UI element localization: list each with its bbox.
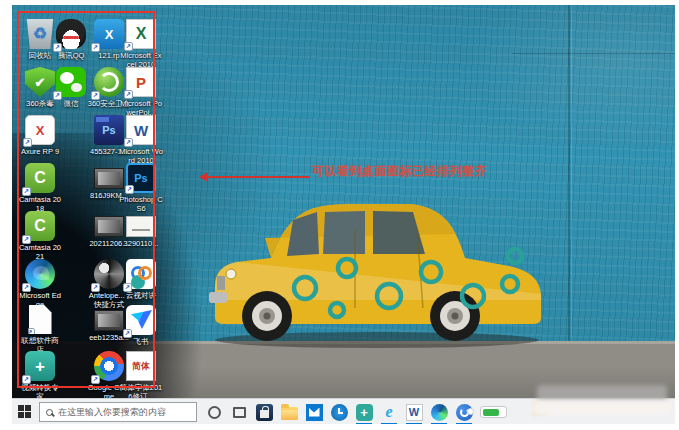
taskbar-microsoft-store[interactable]	[252, 399, 276, 424]
desktop[interactable]: ♻回收站↗腾讯QQX↗121.rpX↗Microsoft Excel 2010✔…	[12, 5, 675, 398]
annotation-arrow	[203, 176, 309, 178]
search-icon	[46, 409, 53, 416]
taskbar-cortana-button[interactable]	[202, 399, 226, 424]
task-view-button-icon	[233, 407, 246, 418]
taskbar-file-explorer[interactable]	[277, 399, 301, 424]
windows-logo-icon	[18, 405, 24, 411]
alarms-clock-icon	[331, 404, 348, 421]
tray-dot-icon[interactable]	[467, 408, 474, 415]
wall-seam-highlight	[571, 5, 572, 343]
taskbar-search-box[interactable]: 在这里输入你要搜索的内容	[39, 402, 197, 422]
video-converter-expert-icon: +	[356, 404, 373, 421]
internet-explorer-icon: e	[381, 404, 398, 421]
yellow-car-image	[205, 168, 553, 352]
taskbar-video-converter-expert[interactable]: +	[352, 399, 376, 424]
mail-icon	[306, 404, 323, 421]
file-explorer-icon	[281, 407, 298, 420]
microsoft-edge-icon	[431, 404, 448, 421]
annotation-text: 可以看到桌面图标已经排列整齐	[312, 163, 487, 180]
windows-logo-icon	[25, 405, 31, 411]
windows-logo-icon	[25, 412, 31, 418]
windows-logo-icon	[18, 412, 24, 418]
taskbar-internet-explorer[interactable]: e	[377, 399, 401, 424]
taskbar-microsoft-word[interactable]: W	[402, 399, 426, 424]
windows-desktop-screenshot: ♻回收站↗腾讯QQX↗121.rpX↗Microsoft Excel 2010✔…	[12, 5, 675, 424]
taskbar-alarms-clock[interactable]	[327, 399, 351, 424]
cortana-button-icon	[208, 406, 221, 419]
watermark-blur-bottom	[531, 400, 673, 416]
watermark-blur-top	[537, 385, 667, 401]
wall-seam	[568, 5, 570, 343]
wall-seam-horizontal	[512, 53, 675, 54]
annotation-highlight-box	[17, 11, 155, 388]
microsoft-store-icon	[256, 404, 273, 421]
start-button[interactable]	[18, 405, 34, 419]
taskbar-task-view-button[interactable]	[227, 399, 251, 424]
taskbar-icons: +eW	[202, 399, 476, 424]
search-placeholder: 在这里输入你要搜索的内容	[58, 406, 166, 419]
page: ♻回收站↗腾讯QQX↗121.rpX↗Microsoft Excel 2010✔…	[0, 0, 679, 430]
battery-indicator[interactable]	[480, 406, 507, 418]
taskbar-mail[interactable]	[302, 399, 326, 424]
taskbar-microsoft-edge[interactable]	[427, 399, 451, 424]
microsoft-word-icon: W	[406, 404, 423, 421]
